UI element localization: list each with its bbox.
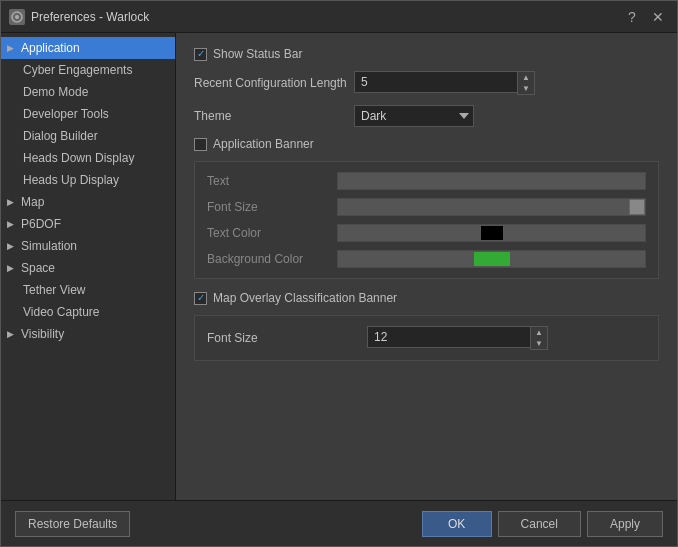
overlay-spinbox-down[interactable]: ▼ bbox=[531, 338, 547, 349]
sidebar-item-label: Cyber Engagements bbox=[23, 63, 132, 77]
sidebar-item-label: Space bbox=[21, 261, 55, 275]
sidebar-item-label: Video Capture bbox=[23, 305, 100, 319]
titlebar-controls: ? ✕ bbox=[621, 6, 669, 28]
sidebar-item-dialog-builder[interactable]: Dialog Builder bbox=[1, 125, 175, 147]
sidebar-item-label: Simulation bbox=[21, 239, 77, 253]
sidebar-item-label: P6DOF bbox=[21, 217, 61, 231]
banner-text-row: Text bbox=[207, 172, 646, 190]
sidebar-item-heads-up-display[interactable]: Heads Up Display bbox=[1, 169, 175, 191]
sidebar-item-label: Developer Tools bbox=[23, 107, 109, 121]
bg-color-slider[interactable] bbox=[337, 250, 646, 268]
sidebar-item-visibility[interactable]: ▶ Visibility bbox=[1, 323, 175, 345]
theme-select[interactable]: Dark Light System bbox=[354, 105, 474, 127]
map-overlay-checkbox[interactable] bbox=[194, 292, 207, 305]
recent-config-label: Recent Configuration Length bbox=[194, 76, 354, 90]
sidebar-item-tether-view[interactable]: Tether View bbox=[1, 279, 175, 301]
bottom-actions: OK Cancel Apply bbox=[422, 511, 663, 537]
settings-panel: Show Status Bar Recent Configuration Len… bbox=[176, 33, 677, 500]
sidebar-item-label: Application bbox=[21, 41, 80, 55]
arrow-icon: ▶ bbox=[7, 197, 17, 207]
banner-bg-color-label: Background Color bbox=[207, 252, 337, 266]
svg-point-1 bbox=[15, 15, 19, 19]
slider-thumb bbox=[629, 199, 645, 215]
arrow-icon: ▶ bbox=[7, 219, 17, 229]
map-overlay-group: Font Size ▲ ▼ bbox=[194, 315, 659, 361]
bottom-bar: Restore Defaults OK Cancel Apply bbox=[1, 500, 677, 546]
sidebar-item-label: Tether View bbox=[23, 283, 85, 297]
map-overlay-section: Map Overlay Classification Banner Font S… bbox=[194, 291, 659, 361]
app-banner-label[interactable]: Application Banner bbox=[213, 137, 314, 151]
app-banner-row: Application Banner bbox=[194, 137, 659, 151]
text-color-swatch bbox=[481, 226, 503, 240]
spinbox-down-button[interactable]: ▼ bbox=[518, 83, 534, 94]
spinbox-buttons: ▲ ▼ bbox=[517, 71, 535, 95]
help-button[interactable]: ? bbox=[621, 6, 643, 28]
text-color-slider[interactable] bbox=[337, 224, 646, 242]
main-content: ▶ Application Cyber Engagements Demo Mod… bbox=[1, 33, 677, 500]
sidebar-item-label: Visibility bbox=[21, 327, 64, 341]
recent-config-spinbox[interactable]: ▲ ▼ bbox=[354, 71, 434, 95]
sidebar-item-space[interactable]: ▶ Space bbox=[1, 257, 175, 279]
overlay-font-size-row: Font Size ▲ ▼ bbox=[207, 326, 646, 350]
overlay-spinbox-up[interactable]: ▲ bbox=[531, 327, 547, 338]
sidebar-item-map[interactable]: ▶ Map bbox=[1, 191, 175, 213]
preferences-dialog: Preferences - Warlock ? ✕ ▶ Application … bbox=[0, 0, 678, 547]
titlebar: Preferences - Warlock ? ✕ bbox=[1, 1, 677, 33]
banner-text-color-label: Text Color bbox=[207, 226, 337, 240]
restore-defaults-button[interactable]: Restore Defaults bbox=[15, 511, 130, 537]
arrow-icon: ▶ bbox=[7, 43, 17, 53]
sidebar-item-label: Heads Down Display bbox=[23, 151, 134, 165]
close-button[interactable]: ✕ bbox=[647, 6, 669, 28]
sidebar-item-label: Dialog Builder bbox=[23, 129, 98, 143]
show-status-bar-label[interactable]: Show Status Bar bbox=[213, 47, 302, 61]
arrow-icon: ▶ bbox=[7, 263, 17, 273]
sidebar-item-video-capture[interactable]: Video Capture bbox=[1, 301, 175, 323]
sidebar-item-demo-mode[interactable]: Demo Mode bbox=[1, 81, 175, 103]
apply-button[interactable]: Apply bbox=[587, 511, 663, 537]
overlay-spinbox-buttons: ▲ ▼ bbox=[530, 326, 548, 350]
banner-bg-color-row: Background Color bbox=[207, 250, 646, 268]
text-slider[interactable] bbox=[337, 172, 646, 190]
recent-config-input[interactable] bbox=[354, 71, 517, 93]
sidebar-item-label: Demo Mode bbox=[23, 85, 88, 99]
theme-row: Theme Dark Light System bbox=[194, 105, 659, 127]
overlay-font-size-input[interactable] bbox=[367, 326, 530, 348]
banner-text-color-row: Text Color bbox=[207, 224, 646, 242]
sidebar-item-simulation[interactable]: ▶ Simulation bbox=[1, 235, 175, 257]
dialog-title: Preferences - Warlock bbox=[31, 10, 621, 24]
overlay-font-size-label: Font Size bbox=[207, 331, 367, 345]
app-icon bbox=[9, 9, 25, 25]
app-banner-checkbox[interactable] bbox=[194, 138, 207, 151]
banner-font-size-label: Font Size bbox=[207, 200, 337, 214]
sidebar-item-cyber-engagements[interactable]: Cyber Engagements bbox=[1, 59, 175, 81]
show-status-bar-row: Show Status Bar bbox=[194, 47, 659, 61]
banner-group: Text Font Size Text Color Backgroun bbox=[194, 161, 659, 279]
cancel-button[interactable]: Cancel bbox=[498, 511, 581, 537]
spinbox-up-button[interactable]: ▲ bbox=[518, 72, 534, 83]
arrow-icon: ▶ bbox=[7, 329, 17, 339]
sidebar: ▶ Application Cyber Engagements Demo Mod… bbox=[1, 33, 176, 500]
theme-label: Theme bbox=[194, 109, 354, 123]
ok-button[interactable]: OK bbox=[422, 511, 492, 537]
sidebar-item-developer-tools[interactable]: Developer Tools bbox=[1, 103, 175, 125]
sidebar-item-application[interactable]: ▶ Application bbox=[1, 37, 175, 59]
font-size-slider[interactable] bbox=[337, 198, 646, 216]
overlay-font-size-spinbox[interactable]: ▲ ▼ bbox=[367, 326, 447, 350]
sidebar-item-p6dof[interactable]: ▶ P6DOF bbox=[1, 213, 175, 235]
sidebar-item-label: Map bbox=[21, 195, 44, 209]
map-overlay-label[interactable]: Map Overlay Classification Banner bbox=[213, 291, 397, 305]
banner-text-label: Text bbox=[207, 174, 337, 188]
sidebar-item-heads-down-display[interactable]: Heads Down Display bbox=[1, 147, 175, 169]
arrow-icon: ▶ bbox=[7, 241, 17, 251]
banner-font-size-row: Font Size bbox=[207, 198, 646, 216]
map-overlay-row: Map Overlay Classification Banner bbox=[194, 291, 659, 305]
bg-color-swatch bbox=[474, 252, 510, 266]
sidebar-item-label: Heads Up Display bbox=[23, 173, 119, 187]
recent-config-row: Recent Configuration Length ▲ ▼ bbox=[194, 71, 659, 95]
show-status-bar-checkbox[interactable] bbox=[194, 48, 207, 61]
